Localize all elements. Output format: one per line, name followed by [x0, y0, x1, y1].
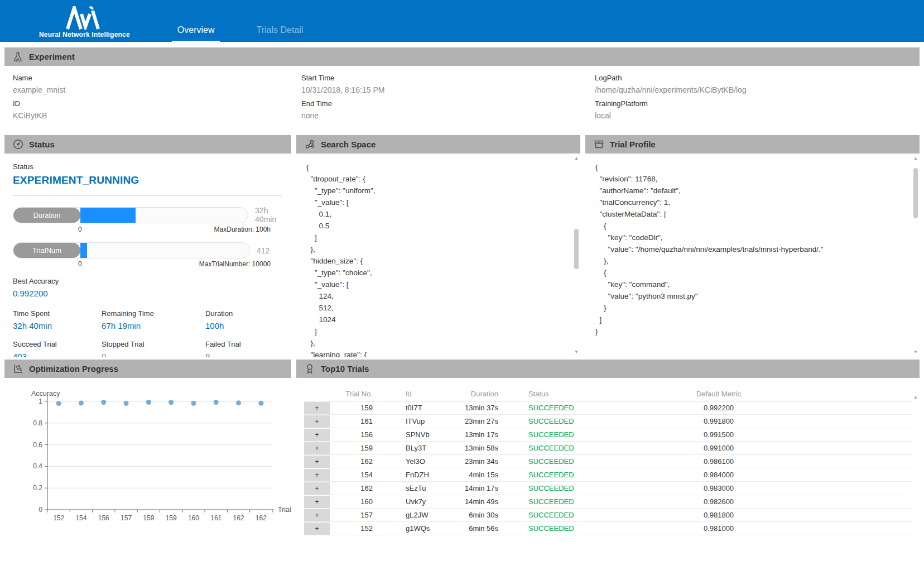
search-space-panel: Search Space { "dropout_rate": { "_type"… [296, 135, 580, 357]
scroll-up-icon[interactable]: ▲ [912, 395, 920, 400]
stat-value: 0 [102, 352, 205, 357]
logpath-label: LogPath [595, 74, 920, 82]
nni-logo [66, 6, 103, 30]
scroll-up-icon[interactable]: ▲ [912, 156, 920, 161]
expand-cell: + [304, 468, 330, 481]
best-accuracy-value: 0.992200 [13, 289, 291, 298]
cell-id: ITVup [373, 417, 451, 425]
trialnum-min: 0 [78, 260, 82, 268]
scatter-point[interactable] [214, 400, 219, 405]
cell-default-metric: 0.981000 [588, 524, 850, 533]
column-status: Status [498, 390, 588, 398]
expand-row-button[interactable]: + [304, 429, 330, 441]
cell-duration: 14min 17s [451, 484, 498, 492]
scroll-up-icon[interactable]: ▲ [572, 156, 580, 161]
expand-row-button[interactable]: + [304, 482, 330, 495]
scrollbar-thumb[interactable] [913, 168, 918, 218]
expand-cell: + [304, 482, 330, 495]
trial-profile-scrollbar[interactable]: ▲ ▼ [912, 154, 920, 357]
y-tick-label: 0.2 [33, 484, 42, 492]
scatter-point[interactable] [56, 401, 61, 406]
expand-row-button[interactable]: + [304, 415, 330, 428]
expand-cell: + [304, 428, 330, 441]
cell-duration: 4min 15s [451, 471, 498, 479]
scatter-point[interactable] [191, 401, 196, 406]
cell-id: Uvk7y [373, 497, 451, 506]
experiment-title: Experiment [29, 52, 75, 61]
scroll-down-icon[interactable]: ▼ [572, 349, 580, 355]
stat-succeed-trial: Succeed Trial403 [13, 340, 102, 357]
top10-header: Top10 Trials [296, 360, 920, 378]
scatter-chart-icon [12, 363, 23, 375]
scatter-point[interactable] [124, 401, 129, 406]
experiment-section: Experiment Name example_mnist ID KCiBytK… [4, 47, 920, 133]
trialnum-max: MaxTrialNumber: 10000 [199, 260, 271, 268]
cell-default-metric: 0.986100 [588, 457, 850, 466]
duration-progress: Duration 32h 40min 0 MaxDuration: 100h [13, 206, 291, 234]
scrollbar-thumb[interactable] [574, 229, 579, 269]
expand-row-button[interactable]: + [304, 509, 330, 521]
tab-trials-detail[interactable]: Trials Detail [251, 25, 309, 42]
top10-trials-panel: Top10 Trials Trial No. Id Duration Statu… [296, 360, 920, 575]
expand-cell: + [304, 522, 330, 535]
table-row: +152g1WQs6min 56sSUCCEEDED0.981000 [304, 522, 912, 535]
cell-duration: 13min 37s [451, 404, 498, 412]
scroll-down-icon[interactable]: ▼ [912, 349, 920, 355]
optimization-title: Optimization Progress [29, 364, 118, 373]
expand-row-button[interactable]: + [304, 456, 330, 468]
scatter-point[interactable] [236, 400, 241, 405]
cell-default-metric: 0.991000 [588, 444, 850, 452]
expand-row-button[interactable]: + [304, 402, 330, 414]
cell-trial-no: 161 [330, 417, 373, 425]
expand-cell: + [304, 401, 330, 414]
cell-duration: 23min 34s [451, 457, 498, 466]
expand-cell: + [304, 442, 330, 454]
expand-row-button[interactable]: + [304, 523, 330, 535]
stat-label: Succeed Trial [13, 340, 102, 348]
table-row: +162Yel3O23min 34sSUCCEEDED0.986100 [304, 455, 912, 468]
cell-default-metric: 0.983000 [588, 484, 850, 492]
column-duration: Duration [451, 390, 498, 398]
search-space-scrollbar[interactable]: ▲ ▼ [572, 154, 580, 357]
column-trial-no: Trial No. [330, 390, 373, 398]
cell-trial-no: 162 [330, 457, 373, 466]
cell-default-metric: 0.984000 [588, 471, 850, 479]
experiment-header: Experiment [4, 47, 920, 66]
training-platform-value: local [595, 111, 920, 120]
expand-row-button[interactable]: + [304, 442, 330, 454]
expand-row-button[interactable]: + [304, 469, 330, 481]
cell-trial-no: 152 [330, 524, 373, 533]
name-label: Name [13, 74, 301, 82]
scatter-point[interactable] [169, 400, 174, 405]
stat-value: 403 [13, 352, 102, 357]
scatter-point[interactable] [258, 401, 263, 406]
expand-cell: + [304, 509, 330, 521]
y-axis-label: Accuracy [31, 390, 60, 397]
scatter-point[interactable] [101, 400, 106, 405]
cell-duration: 23min 27s [451, 417, 498, 425]
x-tick-label: 157 [121, 514, 132, 522]
stat-time-spent: Time Spent32h 40min [13, 309, 102, 330]
x-tick-label: 154 [75, 514, 86, 522]
x-tick-label: 156 [98, 514, 109, 522]
cell-id: sEzTu [373, 484, 451, 492]
status-stats-grid: Time Spent32h 40minRemaining Time67h 19m… [13, 309, 291, 357]
top10-table-header: Trial No. Id Duration Status Default Met… [304, 387, 912, 401]
x-tick-label: 159 [166, 514, 177, 522]
top10-scrollbar[interactable]: ▲ ▼ [912, 378, 920, 575]
scatter-point[interactable] [146, 400, 151, 405]
expand-row-button[interactable]: + [304, 496, 330, 508]
status-field-label: Status [13, 162, 291, 171]
end-time-label: End Time [301, 99, 595, 108]
status-field-value: EXPERIMENT_RUNNING [13, 174, 291, 186]
tab-overview[interactable]: Overview [172, 25, 220, 42]
trialnum-progress-track: TrialNum [13, 242, 250, 258]
molecule-icon [304, 139, 315, 150]
table-row: +157gL2JW6min 30sSUCCEEDED0.981800 [304, 509, 912, 522]
middle-panels-row: Status Status EXPERIMENT_RUNNING Duratio… [4, 135, 920, 357]
duration-progress-track: Duration [13, 207, 248, 223]
expand-column-header [304, 387, 330, 401]
scatter-point[interactable] [79, 401, 84, 406]
cell-status: SUCCEEDED [498, 404, 588, 412]
top-nav-bar: Neural Network Intelligence Overview Tri… [0, 0, 924, 42]
